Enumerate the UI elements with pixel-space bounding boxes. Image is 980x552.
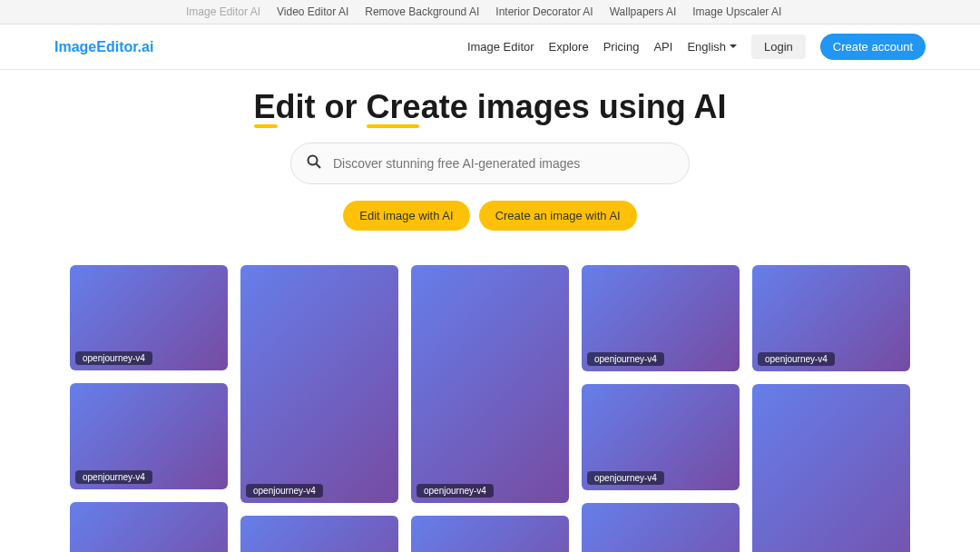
title-mid2: reate: [390, 88, 468, 125]
model-label: openjourney-v4: [75, 351, 152, 365]
language-dropdown[interactable]: English: [687, 40, 737, 54]
model-label: openjourney-v4: [587, 352, 664, 366]
title-c: C: [367, 88, 390, 126]
gallery-item[interactable]: openjourney-v4: [70, 265, 228, 370]
model-label: openjourney-v4: [246, 484, 323, 498]
top-nav-video-editor[interactable]: Video Editor AI: [277, 5, 348, 18]
image-gallery: openjourney-v4 openjourney-v4 openjourne…: [70, 265, 910, 552]
model-label: openjourney-v4: [75, 470, 152, 484]
top-nav-image-editor[interactable]: Image Editor AI: [186, 5, 260, 18]
nav-explore[interactable]: Explore: [549, 40, 589, 54]
page-title: Edit or Create images using AI: [0, 88, 980, 126]
login-button[interactable]: Login: [751, 34, 806, 59]
search-input[interactable]: [290, 143, 690, 184]
model-label: openjourney-v4: [758, 352, 835, 366]
nav-image-editor[interactable]: Image Editor: [467, 40, 534, 54]
gallery-item[interactable]: [240, 516, 398, 552]
gallery-item[interactable]: openjourney-v4: [70, 383, 228, 489]
top-nav-wallpapers[interactable]: Wallpapers AI: [610, 5, 677, 18]
title-suffix: images using AI: [468, 88, 727, 125]
gallery-item[interactable]: [411, 516, 569, 552]
logo[interactable]: ImageEditor.ai: [54, 39, 153, 55]
gallery-item[interactable]: [582, 503, 740, 552]
gallery-item[interactable]: [752, 384, 910, 552]
svg-line-1: [317, 164, 321, 169]
svg-point-0: [309, 156, 318, 165]
title-mid1: dit or: [276, 88, 367, 125]
top-nav-bar: Image Editor AI Video Editor AI Remove B…: [0, 0, 980, 25]
title-e: E: [254, 88, 276, 126]
hero-section: Edit or Create images using AI Edit imag…: [0, 70, 980, 247]
language-label: English: [687, 40, 726, 54]
model-label: openjourney-v4: [416, 484, 494, 498]
top-nav-remove-bg[interactable]: Remove Background AI: [365, 5, 479, 18]
top-nav-interior[interactable]: Interior Decorator AI: [495, 5, 593, 18]
model-label: openjourney-v4: [587, 471, 664, 485]
create-image-button[interactable]: Create an image with AI: [479, 201, 637, 231]
edit-image-button[interactable]: Edit image with AI: [343, 201, 469, 231]
nav-pricing[interactable]: Pricing: [603, 40, 640, 54]
search-icon: [307, 154, 321, 172]
gallery-item[interactable]: openjourney-v4: [752, 265, 910, 371]
gallery-item[interactable]: openjourney-v4: [240, 265, 398, 503]
create-account-button[interactable]: Create account: [820, 34, 926, 60]
top-nav-upscaler[interactable]: Image Upscaler AI: [692, 5, 781, 18]
main-nav-bar: ImageEditor.ai Image Editor Explore Pric…: [0, 25, 980, 70]
nav-api[interactable]: API: [653, 40, 672, 54]
gallery-item[interactable]: openjourney-v4: [582, 384, 740, 490]
chevron-down-icon: [730, 44, 737, 49]
gallery-item[interactable]: openjourney-v4: [411, 265, 569, 503]
gallery-item[interactable]: openjourney-v4: [582, 265, 740, 371]
gallery-item[interactable]: openjourney-v4: [70, 502, 228, 552]
